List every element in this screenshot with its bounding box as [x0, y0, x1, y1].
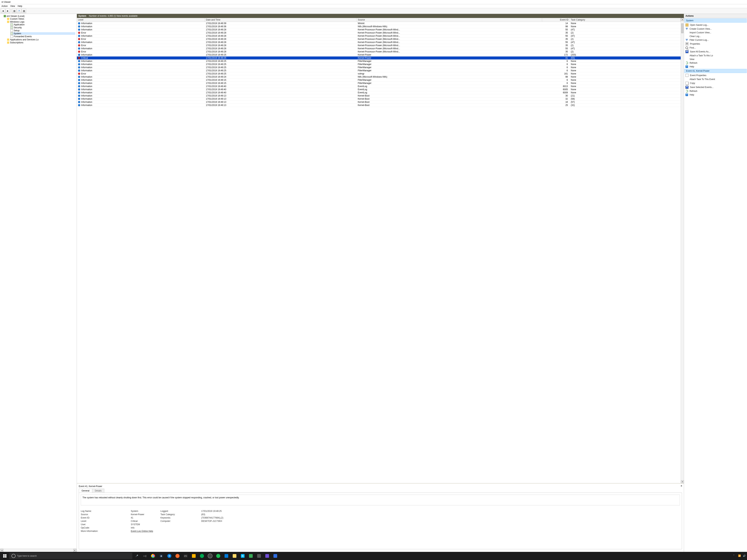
toolbar-forward-button[interactable]: ►: [5, 9, 10, 13]
col-level[interactable]: Level: [77, 18, 205, 22]
table-row[interactable]: Information17/01/2019 19:49:28Kernel-Pro…: [77, 41, 681, 44]
table-row[interactable]: Information17/01/2019 19:49:25FilterMana…: [77, 63, 681, 66]
system-tray[interactable]: ˄ 📶 🔊: [733, 555, 746, 557]
action-refresh[interactable]: Refresh: [684, 61, 747, 65]
taskbar-search[interactable]: Type here to search: [9, 553, 132, 559]
table-row[interactable]: Error17/01/2019 19:49:28Kernel-Processor…: [77, 37, 681, 41]
table-row[interactable]: Information17/01/2019 19:49:13Kernel-Boo…: [77, 98, 681, 101]
tree-forwarded[interactable]: Forwarded Events: [10, 35, 75, 38]
action-save-selected[interactable]: Save Selected Events...: [684, 85, 747, 89]
action-create-custom-view[interactable]: Create Custom View...: [684, 27, 747, 31]
scroll-right-icon[interactable]: ►: [73, 549, 76, 552]
tree-setup[interactable]: Setup: [10, 29, 75, 32]
taskbar-mail-icon[interactable]: [223, 552, 230, 560]
table-row[interactable]: Information17/01/2019 19:49:13Kernel-Boo…: [77, 101, 681, 104]
table-row[interactable]: Information17/01/2019 19:49:40EventLog60…: [77, 88, 681, 91]
toolbar-show-hide-button[interactable]: ▥: [12, 9, 17, 13]
more-info-link[interactable]: Event Log Online Help: [131, 530, 153, 532]
tray-volume-icon[interactable]: 🔊: [743, 555, 746, 557]
tree-security[interactable]: Security: [10, 26, 75, 29]
col-date[interactable]: Date and Time: [205, 18, 357, 22]
table-row[interactable]: Information17/01/2019 19:49:28Kernel-Pro…: [77, 34, 681, 37]
action-help[interactable]: ?Help: [684, 65, 747, 69]
table-row[interactable]: Critical17/01/2019 19:49:25Kernel-Power4…: [77, 56, 681, 60]
table-row[interactable]: Information17/01/2019 19:49:15FilterMana…: [77, 82, 681, 85]
tray-network-icon[interactable]: 📶: [738, 555, 741, 557]
col-event-id[interactable]: Event ID: [542, 18, 570, 22]
tree-app-services[interactable]: Applications and Services Lo: [7, 38, 76, 41]
taskbar-taskview-icon[interactable]: ▭▯: [141, 552, 149, 560]
action-import-custom-view[interactable]: Import Custom View...: [684, 31, 747, 34]
action-view[interactable]: View: [684, 57, 747, 61]
taskbar-settings-icon[interactable]: ⚙: [165, 552, 173, 560]
tree-custom-views[interactable]: Custom Views: [7, 18, 76, 20]
taskbar-app-icon-5[interactable]: [255, 552, 263, 560]
action-find[interactable]: Find...: [684, 46, 747, 50]
col-task[interactable]: Task Category: [570, 18, 681, 22]
taskbar-explorer-icon[interactable]: [231, 552, 238, 560]
table-row[interactable]: Error17/01/2019 19:49:28Kernel-Processor…: [77, 31, 681, 34]
table-row[interactable]: Information17/01/2019 19:49:25FilterMana…: [77, 60, 681, 63]
table-row[interactable]: Information17/01/2019 19:49:15FilterMana…: [77, 79, 681, 82]
tree-root[interactable]: ent Viewer (Local): [4, 15, 76, 18]
tray-chevron-icon[interactable]: ˄: [733, 555, 736, 557]
table-row[interactable]: Information17/01/2019 19:49:24Ntfs (Micr…: [77, 75, 681, 79]
taskbar-epic-icon[interactable]: EPIC: [182, 552, 189, 560]
table-row[interactable]: Information17/01/2019 19:49:25FilterMana…: [77, 66, 681, 69]
col-source[interactable]: Source: [357, 18, 542, 22]
action-clear-log[interactable]: Clear Log...: [684, 34, 747, 38]
action-refresh-2[interactable]: Refresh: [684, 89, 747, 93]
action-copy[interactable]: Copy: [684, 81, 747, 85]
table-row[interactable]: Information17/01/2019 19:49:28Kernel-Pro…: [77, 47, 681, 50]
start-button[interactable]: [1, 552, 8, 560]
menu-view[interactable]: View: [10, 5, 15, 7]
action-event-properties[interactable]: Event Properties: [684, 73, 747, 77]
taskbar-steam-icon[interactable]: ◉: [157, 552, 165, 560]
toolbar-extra-button[interactable]: ▥: [22, 9, 26, 13]
action-attach-task-event[interactable]: Attach Task To This Event: [684, 77, 747, 81]
table-row[interactable]: Error17/01/2019 19:49:25volmgr161None: [77, 72, 681, 75]
tree-application[interactable]: Application: [10, 23, 75, 26]
tab-general[interactable]: General: [79, 489, 92, 493]
toolbar-help-button[interactable]: ?: [17, 9, 21, 13]
tree-subscriptions[interactable]: Subscriptions: [7, 41, 76, 44]
tree-windows-logs[interactable]: Windows Logs: [7, 21, 76, 23]
events-vertical-scrollbar[interactable]: ▲ ▼: [681, 18, 684, 483]
table-row[interactable]: Information17/01/2019 19:49:13Kernel-Boo…: [77, 104, 681, 107]
taskbar-spotify-icon[interactable]: [214, 552, 222, 560]
taskbar-app-icon-4[interactable]: [247, 552, 255, 560]
table-row[interactable]: Information17/01/2019 19:49:36Ntfs (Micr…: [77, 25, 681, 28]
tree-system[interactable]: System: [10, 32, 75, 35]
scroll-up-icon[interactable]: ▲: [681, 18, 684, 21]
action-save-all-events[interactable]: Save All Events As...: [684, 50, 747, 54]
taskbar-app-icon-3[interactable]: [206, 552, 214, 560]
taskbar-app-icon-1[interactable]: [190, 552, 198, 560]
table-row[interactable]: Information17/01/2019 19:49:13Kernel-Boo…: [77, 94, 681, 98]
taskbar-mic-icon[interactable]: 🎤: [133, 552, 140, 560]
action-open-saved-log[interactable]: Open Saved Log...: [684, 23, 747, 27]
taskbar-chrome-icon[interactable]: [149, 552, 157, 560]
taskbar-logitech-icon[interactable]: G: [239, 552, 247, 560]
table-row[interactable]: Information17/01/2019 19:49:40EventLog60…: [77, 91, 681, 94]
tree-horizontal-scrollbar[interactable]: ◄ ►: [0, 549, 77, 552]
scroll-down-icon[interactable]: ▼: [681, 480, 684, 483]
table-row[interactable]: Information17/01/2019 19:49:40EventLog60…: [77, 85, 681, 88]
scroll-left-icon[interactable]: ◄: [0, 549, 3, 552]
action-properties[interactable]: Properties: [684, 42, 747, 46]
action-help-2[interactable]: ?Help: [684, 93, 747, 97]
table-row[interactable]: Information17/01/2019 19:49:25FilterMana…: [77, 69, 681, 72]
menu-action[interactable]: Action: [1, 5, 7, 7]
table-row[interactable]: Error17/01/2019 19:49:28Kernel-Processor…: [77, 44, 681, 47]
action-attach-task-log[interactable]: Attach a Task To this Lo: [684, 54, 747, 57]
events-grid[interactable]: Level Date and Time Source Event ID Task…: [77, 18, 681, 483]
taskbar-app-icon-7[interactable]: [272, 552, 279, 560]
taskbar-app-icon-6[interactable]: [263, 552, 271, 560]
detail-close-button[interactable]: ✕: [680, 485, 682, 487]
tab-details[interactable]: Details: [92, 489, 104, 493]
table-row[interactable]: Information17/01/2019 19:49:39Wininit14N…: [77, 22, 681, 25]
menu-help[interactable]: Help: [18, 5, 22, 7]
table-row[interactable]: Information17/01/2019 19:49:28Kernel-Pro…: [77, 28, 681, 31]
table-row[interactable]: Error17/01/2019 19:49:28Kernel-Processor…: [77, 50, 681, 53]
scroll-thumb[interactable]: [681, 24, 684, 33]
taskbar-app-icon-2[interactable]: [198, 552, 206, 560]
